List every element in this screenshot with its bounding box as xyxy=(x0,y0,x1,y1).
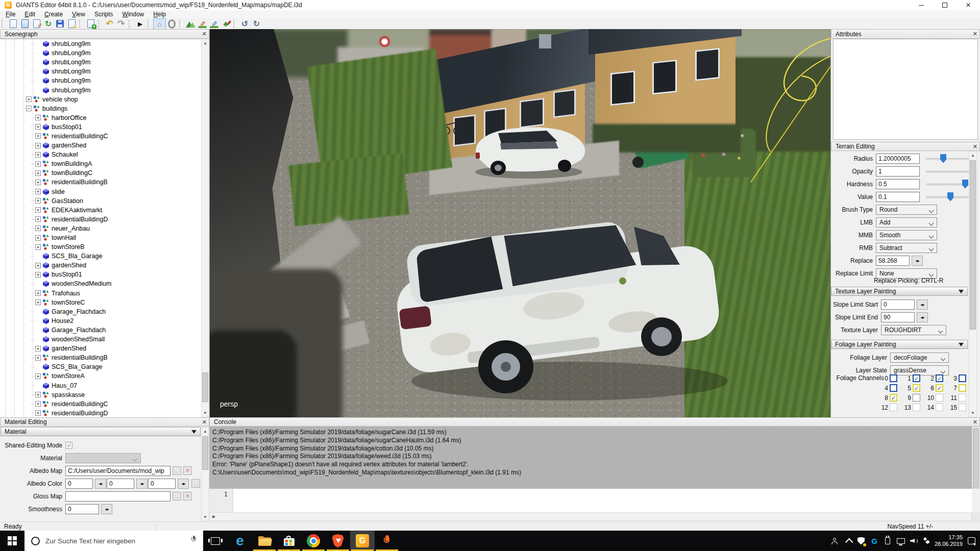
tree-item-edekaaktivmarkt[interactable]: +EDEKAaktivmarkt xyxy=(0,206,201,215)
expander-icon[interactable]: + xyxy=(35,189,41,194)
expander-icon[interactable]: + xyxy=(35,207,41,213)
camera-home-icon[interactable] xyxy=(153,18,166,30)
tray-usb[interactable] xyxy=(881,531,894,551)
rotate-ccw-icon[interactable] xyxy=(239,19,251,29)
tree-item-gardenshed[interactable]: +gardenShed xyxy=(0,344,201,353)
menu-item-help[interactable]: Help xyxy=(149,10,170,18)
console-close-icon[interactable]: ✕ xyxy=(973,419,977,425)
tree-item-busstop01[interactable]: +busStop01 xyxy=(0,270,201,279)
texture-section-header[interactable]: Texture Layer Painting xyxy=(831,287,968,296)
value-input[interactable]: 0.1 xyxy=(876,192,920,202)
expander-icon[interactable]: + xyxy=(35,299,41,305)
material-scrollbar[interactable]: ▲ ▼ xyxy=(201,427,209,521)
opacity-input[interactable]: 1 xyxy=(876,166,920,177)
collapse-icon[interactable] xyxy=(959,290,964,293)
import-icon[interactable] xyxy=(85,19,96,29)
menu-item-file[interactable]: File xyxy=(1,10,20,18)
channel-checkbox[interactable]: ✓ xyxy=(936,374,943,382)
expander-icon[interactable]: − xyxy=(26,106,32,111)
tree-item-townhall[interactable]: +townHall xyxy=(0,233,201,242)
menu-item-edit[interactable]: Edit xyxy=(20,10,40,18)
tree-item-trafohaus[interactable]: +Trafohaus xyxy=(0,289,201,298)
tree-item-shrublong9m[interactable]: shrubLong9m xyxy=(0,58,201,67)
material-close-icon[interactable]: ✕ xyxy=(202,419,207,425)
channel-checkbox[interactable] xyxy=(913,404,920,411)
tree-item-vehicle-shop[interactable]: +vehicle shop xyxy=(0,95,201,104)
mic-icon[interactable] xyxy=(191,536,196,542)
channel-checkbox[interactable] xyxy=(959,394,966,402)
taskbar-app-edge[interactable]: e xyxy=(228,531,252,551)
albedo-color-input-2[interactable]: 0 xyxy=(148,479,176,489)
menu-item-view[interactable]: View xyxy=(67,10,90,18)
expander-icon[interactable]: + xyxy=(35,263,41,268)
albedo-color-input-1[interactable]: 0 xyxy=(107,479,134,489)
tray-defender[interactable] xyxy=(854,531,868,551)
tree-item-townbuildingc[interactable]: +townBuildingC xyxy=(0,168,201,178)
tray-dropbox[interactable] xyxy=(921,531,934,551)
tree-item-woodenshedsmall[interactable]: woodenShedSmall xyxy=(0,335,201,344)
scenegraph-close-icon[interactable]: ✕ xyxy=(202,31,207,37)
slider-thumb-icon[interactable] xyxy=(962,180,968,189)
minimize-button[interactable] xyxy=(910,0,933,10)
tray-volume[interactable] xyxy=(908,531,921,551)
slider-thumb-icon[interactable] xyxy=(947,192,953,202)
expander-icon[interactable]: + xyxy=(35,180,41,185)
radius-input[interactable]: 1.20000005 xyxy=(876,154,920,164)
taskbar-app-recorder[interactable] xyxy=(375,531,399,551)
albedo-color-stepper-1[interactable]: ◂▸ xyxy=(136,479,148,489)
replace-input[interactable]: 58.268 xyxy=(876,256,910,266)
smoothness-stepper[interactable]: ◂▸ xyxy=(101,504,112,514)
expander-icon[interactable]: + xyxy=(35,401,41,407)
tree-item-garage-flachdach[interactable]: Garage_Flachdach xyxy=(0,307,201,316)
tree-item-townstoreb[interactable]: +townStoreB xyxy=(0,242,201,252)
slope-limit-end-input[interactable]: 90 xyxy=(881,312,915,322)
replace-stepper[interactable]: ◂▸ xyxy=(912,256,923,266)
hardness-input[interactable]: 0.5 xyxy=(876,179,920,189)
slider-thumb-icon[interactable] xyxy=(940,154,946,163)
albedo-map-browse-button[interactable]: ... xyxy=(173,466,181,475)
foliage-section-header[interactable]: Foliage Layer Painting xyxy=(831,340,968,349)
expander-icon[interactable]: + xyxy=(35,290,41,296)
channel-checkbox[interactable]: ✓ xyxy=(890,394,897,402)
lmb-select[interactable]: Add xyxy=(876,217,937,228)
terrain-paint-icon[interactable] xyxy=(197,19,208,29)
console-scrollbar[interactable] xyxy=(972,427,980,489)
slope-limit-start-input[interactable]: 0 xyxy=(881,299,915,310)
slope-limit-end-stepper[interactable]: ◂▸ xyxy=(917,312,928,322)
foliage-paint-icon[interactable] xyxy=(208,19,220,29)
tray-people[interactable] xyxy=(828,531,841,551)
attributes-close-icon[interactable]: ✕ xyxy=(973,31,977,37)
tray-network[interactable] xyxy=(894,531,908,551)
search-input[interactable]: Zur Suche Text hier eingeben xyxy=(24,531,203,551)
taskbar-app-brave[interactable] xyxy=(326,531,350,551)
channel-checkbox[interactable]: ✓ xyxy=(913,384,920,392)
channel-checkbox[interactable] xyxy=(959,374,966,382)
rotate-cw-icon[interactable] xyxy=(251,19,262,29)
taskbar-app-explorer[interactable] xyxy=(252,531,277,551)
action-center-button[interactable] xyxy=(963,531,980,551)
tree-item-slide[interactable]: +slide xyxy=(0,187,201,196)
smoothness-input[interactable]: 0 xyxy=(65,504,99,514)
expander-icon[interactable]: + xyxy=(35,161,41,167)
expander-icon[interactable]: + xyxy=(35,170,41,176)
expander-icon[interactable]: + xyxy=(35,235,41,241)
tree-item-busstop01[interactable]: +busStop01 xyxy=(0,122,201,132)
reload-icon[interactable] xyxy=(42,19,54,29)
expander-icon[interactable]: + xyxy=(35,226,41,231)
tree-item-residentialbuildingb[interactable]: +residentialBuildingB xyxy=(0,353,201,362)
albedo-map-input[interactable]: C:/Users/user/Documents/mod_wip xyxy=(65,466,170,476)
expander-icon[interactable]: + xyxy=(35,355,41,361)
restore-button[interactable] xyxy=(933,0,957,10)
taskbar-app-store[interactable] xyxy=(277,531,301,551)
channel-checkbox[interactable] xyxy=(959,404,966,411)
collapse-icon[interactable] xyxy=(191,430,197,434)
tray-chevron-up[interactable] xyxy=(841,531,854,551)
tree-item-scs-bla-garage[interactable]: SCS_Bla_Garage xyxy=(0,362,201,371)
tree-item-gardenshed[interactable]: +gardenShed xyxy=(0,141,201,150)
editor-hscrollbar[interactable]: ◀ ▶ xyxy=(209,512,972,521)
terrain-sculpt-icon[interactable] xyxy=(185,19,197,29)
pause-icon[interactable] xyxy=(166,19,178,29)
channel-checkbox[interactable]: ✓ xyxy=(913,374,920,382)
tree-item-neuer-anbau[interactable]: +neuer_Anbau xyxy=(0,224,201,233)
expander-icon[interactable]: + xyxy=(35,198,41,204)
